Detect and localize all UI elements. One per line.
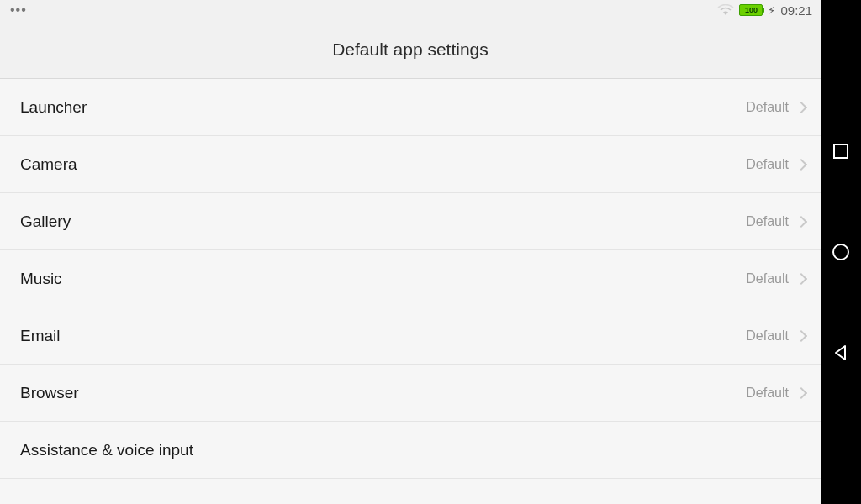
list-item[interactable]: GalleryDefault [0,193,821,250]
item-value: Default [746,100,789,115]
page-title-bar: Default app settings [0,20,821,79]
status-right: 100 ⚡︎ 09:21 [717,3,812,18]
item-value: Default [746,271,789,286]
item-label: Gallery [20,213,746,231]
item-label: Email [20,327,746,345]
settings-list[interactable]: LauncherDefaultCameraDefaultGalleryDefau… [0,79,821,504]
item-value: Default [746,157,789,172]
item-label: Browser [20,384,746,402]
chevron-right-icon [795,158,807,170]
svg-rect-0 [834,144,848,158]
chevron-right-icon [795,215,807,227]
status-left: ••• [10,3,27,17]
item-label: Assistance & voice input [20,441,806,459]
list-item[interactable]: LauncherDefault [0,79,821,136]
list-item[interactable]: MusicDefault [0,250,821,307]
back-button[interactable] [832,344,850,362]
item-value: Default [746,214,789,229]
item-label: Music [20,270,746,288]
item-label: Launcher [20,98,746,117]
recent-apps-button[interactable] [832,142,850,160]
home-button[interactable] [832,243,850,261]
chevron-right-icon [795,101,807,113]
item-label: Camera [20,155,746,174]
svg-point-1 [833,244,848,260]
list-item[interactable]: Assistance & voice input [0,422,821,479]
system-nav-bar [821,0,861,504]
clock: 09:21 [780,3,812,18]
chevron-right-icon [795,272,807,284]
list-item[interactable]: EmailDefault [0,307,821,365]
screen: ••• 100 ⚡︎ 09:21 Default app settings La… [0,0,821,504]
status-bar: ••• 100 ⚡︎ 09:21 [0,0,821,20]
item-value: Default [746,328,789,344]
more-icon: ••• [10,3,27,17]
page-title: Default app settings [332,39,489,60]
list-item[interactable]: BrowserDefault [0,365,821,422]
battery-level: 100 [745,7,758,14]
wifi-icon [717,4,734,16]
charging-icon: ⚡︎ [768,4,775,17]
list-item[interactable]: CameraDefault [0,136,821,193]
chevron-right-icon [795,329,807,341]
battery-icon: 100 [739,4,763,16]
chevron-right-icon [795,386,807,398]
item-value: Default [746,386,789,401]
